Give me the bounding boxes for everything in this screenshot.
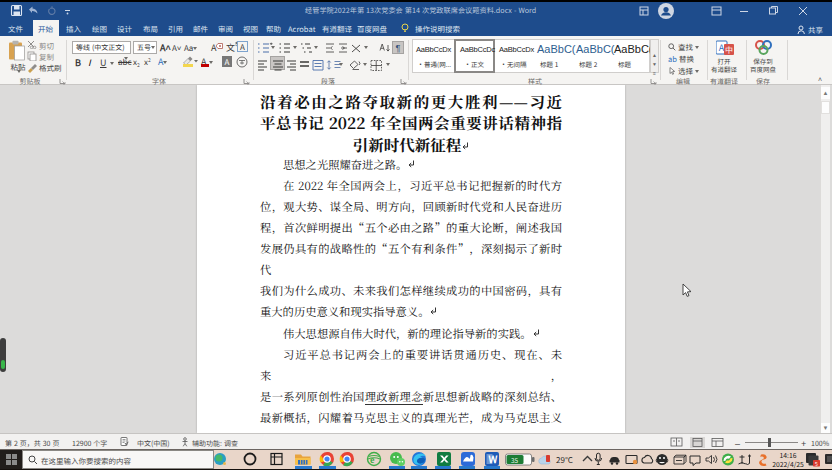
svg-text:文: 文 (226, 41, 235, 53)
svg-text:5: 5 (815, 460, 818, 468)
svg-text:中: 中 (725, 44, 733, 55)
svg-text:W: W (488, 451, 498, 466)
svg-text:A: A (719, 41, 725, 54)
svg-text:35: 35 (511, 455, 519, 465)
svg-text:e: e (370, 451, 375, 466)
